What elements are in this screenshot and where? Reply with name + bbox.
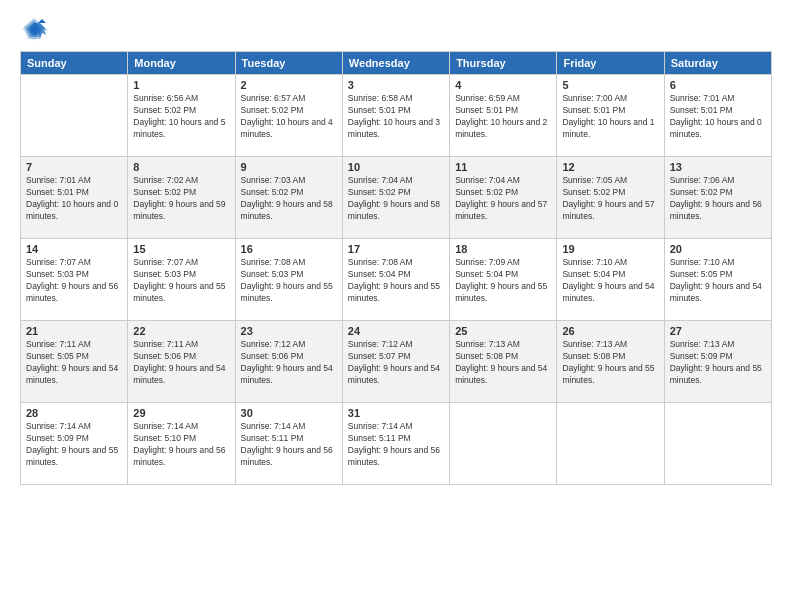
calendar-cell [557,403,664,485]
day-info: Sunrise: 7:04 AMSunset: 5:02 PMDaylight:… [455,175,551,223]
day-number: 17 [348,243,444,255]
day-info: Sunrise: 7:00 AMSunset: 5:01 PMDaylight:… [562,93,658,141]
calendar-cell: 11Sunrise: 7:04 AMSunset: 5:02 PMDayligh… [450,157,557,239]
day-info: Sunrise: 7:12 AMSunset: 5:07 PMDaylight:… [348,339,444,387]
calendar-cell: 4Sunrise: 6:59 AMSunset: 5:01 PMDaylight… [450,75,557,157]
day-number: 5 [562,79,658,91]
day-info: Sunrise: 7:06 AMSunset: 5:02 PMDaylight:… [670,175,766,223]
weekday-header: Thursday [450,52,557,75]
day-number: 31 [348,407,444,419]
day-info: Sunrise: 7:13 AMSunset: 5:09 PMDaylight:… [670,339,766,387]
day-number: 1 [133,79,229,91]
day-info: Sunrise: 7:14 AMSunset: 5:11 PMDaylight:… [241,421,337,469]
calendar-cell: 29Sunrise: 7:14 AMSunset: 5:10 PMDayligh… [128,403,235,485]
calendar-cell: 23Sunrise: 7:12 AMSunset: 5:06 PMDayligh… [235,321,342,403]
day-number: 22 [133,325,229,337]
day-number: 30 [241,407,337,419]
day-info: Sunrise: 7:10 AMSunset: 5:04 PMDaylight:… [562,257,658,305]
calendar-cell [21,75,128,157]
page-header [20,15,772,43]
calendar-cell: 5Sunrise: 7:00 AMSunset: 5:01 PMDaylight… [557,75,664,157]
calendar-cell: 31Sunrise: 7:14 AMSunset: 5:11 PMDayligh… [342,403,449,485]
calendar-cell: 1Sunrise: 6:56 AMSunset: 5:02 PMDaylight… [128,75,235,157]
day-info: Sunrise: 6:58 AMSunset: 5:01 PMDaylight:… [348,93,444,141]
day-number: 26 [562,325,658,337]
calendar-cell: 6Sunrise: 7:01 AMSunset: 5:01 PMDaylight… [664,75,771,157]
day-info: Sunrise: 7:11 AMSunset: 5:05 PMDaylight:… [26,339,122,387]
day-number: 13 [670,161,766,173]
calendar-cell: 14Sunrise: 7:07 AMSunset: 5:03 PMDayligh… [21,239,128,321]
calendar-cell [450,403,557,485]
calendar-cell: 9Sunrise: 7:03 AMSunset: 5:02 PMDaylight… [235,157,342,239]
day-number: 11 [455,161,551,173]
calendar-cell: 19Sunrise: 7:10 AMSunset: 5:04 PMDayligh… [557,239,664,321]
calendar-cell: 24Sunrise: 7:12 AMSunset: 5:07 PMDayligh… [342,321,449,403]
day-number: 25 [455,325,551,337]
calendar-cell: 16Sunrise: 7:08 AMSunset: 5:03 PMDayligh… [235,239,342,321]
calendar-cell: 18Sunrise: 7:09 AMSunset: 5:04 PMDayligh… [450,239,557,321]
calendar-cell: 25Sunrise: 7:13 AMSunset: 5:08 PMDayligh… [450,321,557,403]
weekday-header: Monday [128,52,235,75]
calendar-cell: 30Sunrise: 7:14 AMSunset: 5:11 PMDayligh… [235,403,342,485]
day-info: Sunrise: 7:14 AMSunset: 5:11 PMDaylight:… [348,421,444,469]
calendar-cell: 7Sunrise: 7:01 AMSunset: 5:01 PMDaylight… [21,157,128,239]
day-info: Sunrise: 7:05 AMSunset: 5:02 PMDaylight:… [562,175,658,223]
weekday-header: Friday [557,52,664,75]
weekday-header: Saturday [664,52,771,75]
calendar-cell [664,403,771,485]
day-number: 10 [348,161,444,173]
day-number: 23 [241,325,337,337]
calendar-cell: 26Sunrise: 7:13 AMSunset: 5:08 PMDayligh… [557,321,664,403]
weekday-header: Wednesday [342,52,449,75]
calendar-cell: 10Sunrise: 7:04 AMSunset: 5:02 PMDayligh… [342,157,449,239]
calendar-cell: 28Sunrise: 7:14 AMSunset: 5:09 PMDayligh… [21,403,128,485]
day-number: 9 [241,161,337,173]
calendar-table: SundayMondayTuesdayWednesdayThursdayFrid… [20,51,772,485]
day-number: 3 [348,79,444,91]
calendar-cell: 8Sunrise: 7:02 AMSunset: 5:02 PMDaylight… [128,157,235,239]
day-info: Sunrise: 6:57 AMSunset: 5:02 PMDaylight:… [241,93,337,141]
calendar-cell: 13Sunrise: 7:06 AMSunset: 5:02 PMDayligh… [664,157,771,239]
day-info: Sunrise: 7:03 AMSunset: 5:02 PMDaylight:… [241,175,337,223]
day-info: Sunrise: 7:01 AMSunset: 5:01 PMDaylight:… [26,175,122,223]
day-info: Sunrise: 7:08 AMSunset: 5:04 PMDaylight:… [348,257,444,305]
day-number: 8 [133,161,229,173]
day-info: Sunrise: 7:12 AMSunset: 5:06 PMDaylight:… [241,339,337,387]
calendar-cell: 2Sunrise: 6:57 AMSunset: 5:02 PMDaylight… [235,75,342,157]
calendar-cell: 20Sunrise: 7:10 AMSunset: 5:05 PMDayligh… [664,239,771,321]
day-info: Sunrise: 7:10 AMSunset: 5:05 PMDaylight:… [670,257,766,305]
logo-icon [20,15,48,43]
day-number: 15 [133,243,229,255]
day-info: Sunrise: 7:07 AMSunset: 5:03 PMDaylight:… [133,257,229,305]
day-number: 19 [562,243,658,255]
day-number: 16 [241,243,337,255]
calendar-cell: 15Sunrise: 7:07 AMSunset: 5:03 PMDayligh… [128,239,235,321]
calendar-cell: 27Sunrise: 7:13 AMSunset: 5:09 PMDayligh… [664,321,771,403]
calendar-cell: 17Sunrise: 7:08 AMSunset: 5:04 PMDayligh… [342,239,449,321]
day-number: 28 [26,407,122,419]
day-info: Sunrise: 7:08 AMSunset: 5:03 PMDaylight:… [241,257,337,305]
day-number: 18 [455,243,551,255]
day-info: Sunrise: 7:11 AMSunset: 5:06 PMDaylight:… [133,339,229,387]
day-info: Sunrise: 6:59 AMSunset: 5:01 PMDaylight:… [455,93,551,141]
day-number: 2 [241,79,337,91]
day-info: Sunrise: 7:07 AMSunset: 5:03 PMDaylight:… [26,257,122,305]
calendar-cell: 22Sunrise: 7:11 AMSunset: 5:06 PMDayligh… [128,321,235,403]
day-number: 12 [562,161,658,173]
weekday-header: Tuesday [235,52,342,75]
day-number: 6 [670,79,766,91]
day-info: Sunrise: 7:04 AMSunset: 5:02 PMDaylight:… [348,175,444,223]
day-info: Sunrise: 7:13 AMSunset: 5:08 PMDaylight:… [455,339,551,387]
day-number: 27 [670,325,766,337]
day-number: 14 [26,243,122,255]
day-number: 24 [348,325,444,337]
day-info: Sunrise: 7:09 AMSunset: 5:04 PMDaylight:… [455,257,551,305]
day-info: Sunrise: 7:01 AMSunset: 5:01 PMDaylight:… [670,93,766,141]
calendar-cell: 3Sunrise: 6:58 AMSunset: 5:01 PMDaylight… [342,75,449,157]
day-number: 29 [133,407,229,419]
day-number: 20 [670,243,766,255]
day-number: 7 [26,161,122,173]
day-info: Sunrise: 7:02 AMSunset: 5:02 PMDaylight:… [133,175,229,223]
day-info: Sunrise: 7:14 AMSunset: 5:09 PMDaylight:… [26,421,122,469]
calendar-cell: 12Sunrise: 7:05 AMSunset: 5:02 PMDayligh… [557,157,664,239]
